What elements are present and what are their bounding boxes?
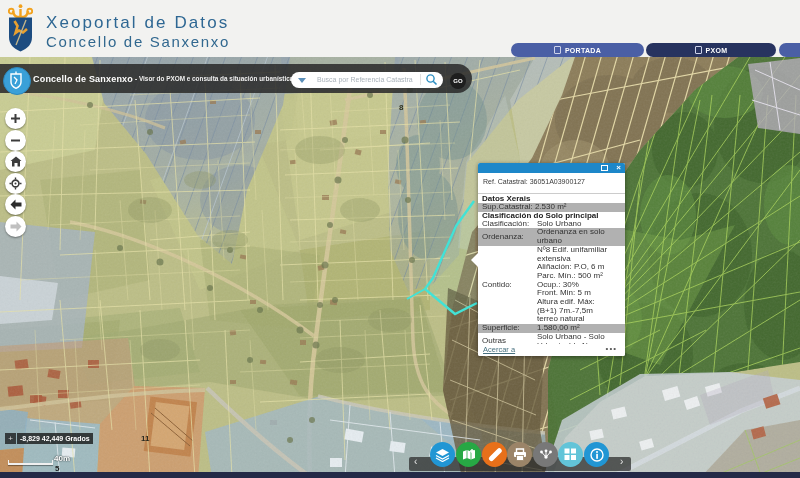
svg-text:11: 11 bbox=[141, 434, 150, 443]
svg-text:8: 8 bbox=[399, 103, 404, 112]
